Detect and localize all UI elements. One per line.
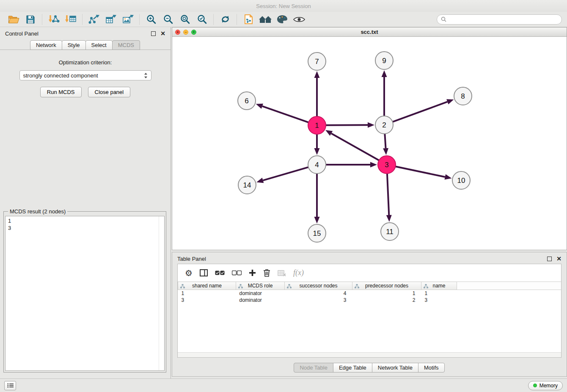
graph-node-7[interactable]: 7 xyxy=(308,52,326,70)
run-mcds-button[interactable]: Run MCDS xyxy=(40,87,82,97)
close-panel-button[interactable]: Close panel xyxy=(88,87,131,97)
split-column-icon[interactable] xyxy=(200,269,208,276)
tab-mcds[interactable]: MCDS xyxy=(112,40,140,50)
table-cell[interactable]: 4 xyxy=(285,290,352,297)
tab-network-table[interactable]: Network Table xyxy=(372,363,418,373)
column-header-name[interactable]: name xyxy=(421,282,457,290)
style-palette-button[interactable] xyxy=(274,13,291,26)
mcds-result-list[interactable]: 13 xyxy=(5,216,165,371)
gear-icon[interactable]: ⚙ xyxy=(185,269,193,277)
column-header-label: predecessor nodes xyxy=(365,283,408,289)
graph-node-15[interactable]: 15 xyxy=(308,224,326,242)
graph-node-6[interactable]: 6 xyxy=(238,92,256,110)
graph-node-3[interactable]: 3 xyxy=(378,156,396,174)
table-toolbar: ⚙ xyxy=(178,264,561,282)
zoom-out-icon xyxy=(163,14,173,24)
graph-edge-1-2[interactable] xyxy=(326,125,368,125)
column-header-label: shared name xyxy=(192,283,222,289)
graph-edge-arrow xyxy=(368,122,374,128)
table-cell[interactable]: 2 xyxy=(352,297,421,304)
search-box[interactable] xyxy=(437,14,562,25)
home-icon xyxy=(259,15,272,24)
graph-edge-4-14[interactable] xyxy=(263,167,308,180)
home-button[interactable] xyxy=(257,13,274,26)
mcds-result-item[interactable]: 1 xyxy=(8,217,162,224)
table-cell[interactable]: 1 xyxy=(178,290,236,297)
graph-edge-arrow xyxy=(446,99,454,104)
graph-node-1[interactable]: 1 xyxy=(308,116,326,134)
graph-edge-1-6[interactable] xyxy=(262,106,308,122)
add-column-icon[interactable] xyxy=(249,269,256,276)
float-panel-icon[interactable] xyxy=(151,31,156,36)
network-graph[interactable]: 7968124314101511 xyxy=(172,37,567,250)
zoom-fit-button[interactable] xyxy=(176,13,193,26)
table-cell-filler xyxy=(457,297,561,304)
graph-edge-3-11[interactable] xyxy=(387,174,389,215)
ui-settings-menu-button[interactable] xyxy=(4,381,16,390)
eye-button[interactable] xyxy=(291,13,308,26)
criterion-select[interactable]: strongly connected component xyxy=(19,70,151,80)
table-cell[interactable]: 1 xyxy=(421,290,457,297)
export-network-button[interactable] xyxy=(85,13,102,26)
graph-node-4[interactable]: 4 xyxy=(308,156,326,174)
table-cell[interactable]: 3 xyxy=(178,297,236,304)
zoom-in-icon xyxy=(146,14,156,24)
zoom-window-icon[interactable]: + xyxy=(191,30,196,35)
graph-node-label: 7 xyxy=(315,58,319,66)
close-window-icon[interactable]: × xyxy=(175,30,180,35)
graph-node-9[interactable]: 9 xyxy=(375,52,393,69)
table-row[interactable]: 1dominator411 xyxy=(178,290,561,297)
open-file-button[interactable] xyxy=(5,13,22,26)
import-network-button[interactable] xyxy=(45,13,62,26)
save-session-button[interactable] xyxy=(22,13,39,26)
float-table-panel-icon[interactable] xyxy=(547,257,552,261)
table-cell[interactable]: dominator xyxy=(236,297,285,304)
column-header-successor-nodes[interactable]: successor nodes xyxy=(285,282,352,290)
network-window-titlebar[interactable]: × − + scc.txt xyxy=(172,28,567,37)
graph-node-14[interactable]: 14 xyxy=(238,176,256,194)
tab-select[interactable]: Select xyxy=(85,40,113,50)
graph-node-label: 1 xyxy=(315,121,319,130)
graph-edge-2-3[interactable] xyxy=(385,134,385,148)
memory-button[interactable]: Memory xyxy=(528,381,563,390)
table-cell[interactable]: 1 xyxy=(352,290,421,297)
zoom-in-button[interactable] xyxy=(143,13,160,26)
clipboard-network-button[interactable] xyxy=(240,13,257,26)
column-header-mcds-role[interactable]: MCDS role xyxy=(236,282,285,290)
export-table-button[interactable] xyxy=(102,13,119,26)
column-attribute-icon xyxy=(180,284,185,290)
tab-motifs[interactable]: Motifs xyxy=(418,363,445,373)
search-input[interactable] xyxy=(449,16,558,22)
zoom-out-button[interactable] xyxy=(160,13,176,26)
select-all-columns-icon[interactable] xyxy=(215,271,225,276)
graph-edge-3-1[interactable] xyxy=(331,133,379,160)
unselect-all-columns-icon[interactable] xyxy=(232,271,242,276)
table-cell[interactable]: 3 xyxy=(421,297,457,304)
table-row[interactable]: 3dominator323 xyxy=(178,297,561,304)
graph-edge-2-8[interactable] xyxy=(393,102,448,121)
table-cell[interactable]: 3 xyxy=(285,297,352,304)
minimize-window-icon[interactable]: − xyxy=(183,30,188,35)
graph-node-11[interactable]: 11 xyxy=(381,223,399,240)
graph-edge-3-10[interactable] xyxy=(396,166,445,177)
table-cell[interactable]: dominator xyxy=(236,290,285,297)
tab-network[interactable]: Network xyxy=(30,40,62,50)
tab-node-table[interactable]: Node Table xyxy=(294,363,333,373)
delete-column-icon[interactable] xyxy=(263,269,270,277)
column-header-predecessor-nodes[interactable]: predecessor nodes xyxy=(352,282,421,290)
close-panel-icon[interactable]: ✕ xyxy=(160,30,165,36)
tab-style[interactable]: Style xyxy=(62,40,86,50)
column-header-shared-name[interactable]: shared name xyxy=(178,282,236,290)
table-scrollbar[interactable] xyxy=(178,352,561,357)
import-table-button[interactable] xyxy=(62,13,79,26)
close-table-panel-icon[interactable]: ✕ xyxy=(556,256,561,262)
export-image-button[interactable] xyxy=(119,13,136,26)
zoom-selected-button[interactable] xyxy=(193,13,210,26)
graph-node-10[interactable]: 10 xyxy=(452,171,470,189)
refresh-layout-button[interactable] xyxy=(217,13,234,26)
graph-node-2[interactable]: 2 xyxy=(375,116,393,134)
search-icon xyxy=(441,17,446,22)
tab-edge-table[interactable]: Edge Table xyxy=(333,363,372,373)
graph-node-8[interactable]: 8 xyxy=(454,87,472,105)
mcds-result-item[interactable]: 3 xyxy=(8,224,162,232)
